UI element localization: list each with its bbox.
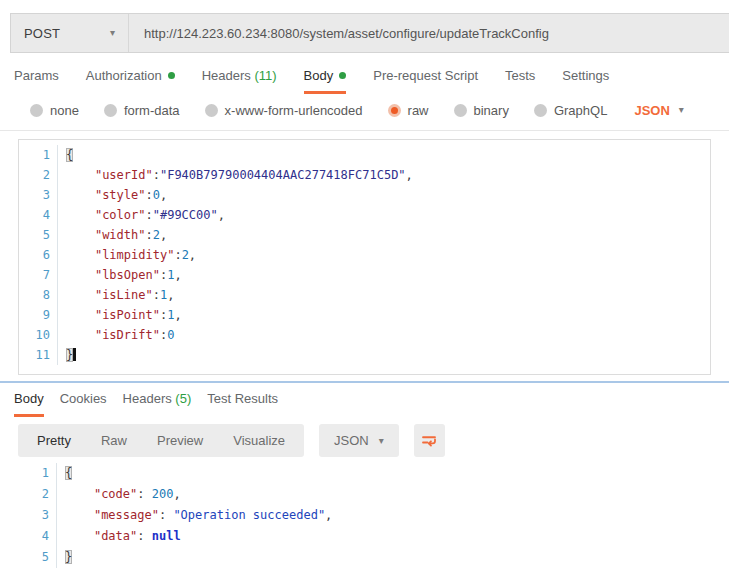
request-body-editor[interactable]: 1{2 "userId":"F940B79790004404AAC277418F… xyxy=(18,139,711,375)
response-view-switcher: PrettyRawPreviewVisualize xyxy=(18,424,304,457)
code-token: : xyxy=(153,168,160,182)
body-mode-row: noneform-datax-www-form-urlencodedrawbin… xyxy=(0,99,729,121)
code-token: : xyxy=(145,188,152,202)
response-format-label: JSON xyxy=(334,433,369,448)
code-line: 4 "color":"#99CC00", xyxy=(19,205,710,225)
code-line: 5 "width":2, xyxy=(19,225,710,245)
line-content: "isDrift":0 xyxy=(57,325,710,345)
tab-settings[interactable]: Settings xyxy=(562,68,609,94)
wrap-text-button[interactable] xyxy=(414,424,445,457)
code-token: : xyxy=(137,529,151,543)
method-dropdown[interactable]: POST ▾ xyxy=(11,14,129,52)
code-token: } xyxy=(66,348,73,362)
radio-icon xyxy=(30,104,43,117)
line-number: 8 xyxy=(19,285,57,305)
radio-icon xyxy=(534,104,547,117)
code-line: 9 "isPoint":1, xyxy=(19,305,710,325)
line-content: "data": null xyxy=(56,526,729,547)
line-number: 2 xyxy=(18,484,56,505)
body-mode-form-data[interactable]: form-data xyxy=(104,103,180,118)
body-mode-raw[interactable]: raw xyxy=(388,103,429,118)
code-line: 6 "limpidity":2, xyxy=(19,245,710,265)
tab-label: Authorization xyxy=(86,68,162,83)
line-content: { xyxy=(56,463,729,484)
line-content: "style":0, xyxy=(57,185,710,205)
tab-label: Headers xyxy=(202,68,251,83)
code-token xyxy=(66,328,95,342)
response-tab-cookies[interactable]: Cookies xyxy=(60,391,107,417)
line-content: "color":"#99CC00", xyxy=(57,205,710,225)
code-token: "message" xyxy=(94,508,159,522)
radio-icon xyxy=(205,104,218,117)
raw-type-dropdown[interactable]: JSON▾ xyxy=(634,103,683,118)
line-number: 2 xyxy=(19,165,57,185)
view-mode-pretty[interactable]: Pretty xyxy=(22,433,86,448)
postman-request-view: POST ▾ ParamsAuthorizationHeaders (11)Bo… xyxy=(0,13,729,568)
line-content: "isPoint":1, xyxy=(57,305,710,325)
code-token: "color" xyxy=(95,208,146,222)
response-body-editor[interactable]: 1{2 "code": 200,3 "message": "Operation … xyxy=(18,463,729,568)
code-line: 7 "lbsOpen":1, xyxy=(19,265,710,285)
code-token: : xyxy=(137,487,151,501)
code-token: } xyxy=(65,550,72,564)
line-content: } xyxy=(56,547,729,568)
body-mode-graphql[interactable]: GraphQL xyxy=(534,103,607,118)
line-number: 4 xyxy=(18,526,56,547)
code-token xyxy=(66,308,95,322)
tab-label: Cookies xyxy=(60,391,107,406)
line-content: "isLine":1, xyxy=(57,285,710,305)
body-mode-x-www-form-urlencoded[interactable]: x-www-form-urlencoded xyxy=(205,103,363,118)
view-mode-visualize[interactable]: Visualize xyxy=(218,433,300,448)
tab-params[interactable]: Params xyxy=(14,68,59,94)
line-number: 1 xyxy=(18,463,56,484)
tab-authorization[interactable]: Authorization xyxy=(86,68,175,94)
code-token: : xyxy=(153,288,160,302)
response-tab-headers[interactable]: Headers (5) xyxy=(123,391,192,417)
response-tab-body[interactable]: Body xyxy=(14,391,44,417)
response-tabs: BodyCookiesHeaders (5)Test Results xyxy=(0,391,729,417)
view-mode-preview[interactable]: Preview xyxy=(142,433,218,448)
code-token xyxy=(66,248,95,262)
code-token xyxy=(66,168,95,182)
body-mode-label: x-www-form-urlencoded xyxy=(225,103,363,118)
tab-tests[interactable]: Tests xyxy=(505,68,535,94)
request-tabs: ParamsAuthorizationHeaders (11)BodyPre-r… xyxy=(0,68,729,94)
code-line: 1{ xyxy=(19,145,710,165)
code-token: "isLine" xyxy=(95,288,153,302)
code-token: , xyxy=(174,308,181,322)
code-token: , xyxy=(173,487,180,501)
line-number: 7 xyxy=(19,265,57,285)
tab-body[interactable]: Body xyxy=(304,68,347,94)
body-mode-label: binary xyxy=(474,103,509,118)
code-token: "#99CC00" xyxy=(153,208,218,222)
code-token xyxy=(65,508,94,522)
response-tab-test-results[interactable]: Test Results xyxy=(207,391,278,417)
line-content: } xyxy=(57,345,710,365)
code-line: 1{ xyxy=(18,463,729,484)
tab-headers[interactable]: Headers (11) xyxy=(202,68,277,94)
tab-pre-request-script[interactable]: Pre-request Script xyxy=(373,68,478,94)
body-mode-binary[interactable]: binary xyxy=(454,103,509,118)
url-input[interactable] xyxy=(129,14,729,52)
code-line: 3 "message": "Operation succeeded", xyxy=(18,505,729,526)
radio-icon xyxy=(388,104,401,117)
code-token: , xyxy=(406,168,413,182)
line-number: 3 xyxy=(19,185,57,205)
request-url-bar: POST ▾ xyxy=(10,13,729,53)
body-mode-none[interactable]: none xyxy=(30,103,79,118)
line-content: "code": 200, xyxy=(56,484,729,505)
body-mode-label: form-data xyxy=(124,103,180,118)
chevron-down-icon: ▾ xyxy=(110,28,115,38)
code-token: "lbsOpen" xyxy=(95,268,160,282)
pane-divider[interactable] xyxy=(0,381,729,383)
response-format-dropdown[interactable]: JSON ▾ xyxy=(319,424,399,457)
line-number: 9 xyxy=(19,305,57,325)
raw-type-label: JSON xyxy=(634,103,669,118)
view-mode-raw[interactable]: Raw xyxy=(86,433,142,448)
line-content: "limpidity":2, xyxy=(57,245,710,265)
code-token: "isPoint" xyxy=(95,308,160,322)
line-content: "lbsOpen":1, xyxy=(57,265,710,285)
code-token: { xyxy=(66,148,73,162)
code-token xyxy=(66,268,95,282)
code-token: "limpidity" xyxy=(95,248,174,262)
